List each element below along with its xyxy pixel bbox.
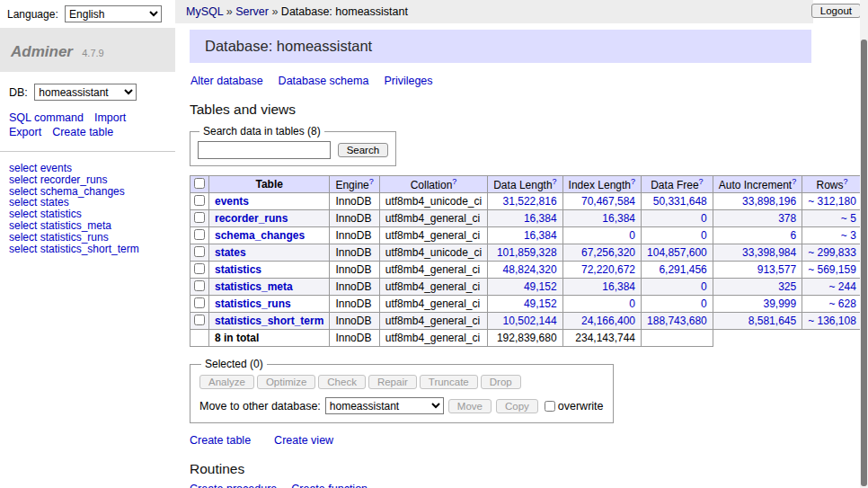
auto-increment-link[interactable]: 325 [778, 280, 796, 293]
data-length-link[interactable]: 16,384 [524, 229, 557, 242]
alter-database-link[interactable]: Alter database [190, 75, 263, 87]
sidebar-item-select-statistics-short-term[interactable]: select statistics_short_term [9, 244, 166, 255]
table-link[interactable]: recorder_runs [215, 212, 288, 225]
scrollbar-thumb[interactable] [861, 40, 867, 486]
auto-increment-link[interactable]: 39,999 [763, 297, 796, 310]
table-link[interactable]: events [215, 195, 249, 208]
table-link[interactable]: statistics_short_term [215, 315, 323, 327]
row-checkbox[interactable] [194, 315, 205, 325]
rows-count-link[interactable]: ~ 3 [841, 229, 856, 242]
data-free-link[interactable]: 104,857,600 [647, 246, 707, 259]
analyze-button[interactable]: Analyze [199, 375, 254, 389]
column-help-link[interactable]: ? [553, 177, 557, 186]
sidebar-action-export[interactable]: Export [9, 126, 41, 138]
table-link[interactable]: statistics [215, 263, 261, 276]
search-input[interactable] [198, 141, 331, 159]
index-length-link[interactable]: 24,166,400 [581, 315, 635, 327]
column-help-link[interactable]: ? [844, 177, 848, 186]
data-length-link[interactable]: 10,502,144 [503, 315, 557, 327]
row-checkbox[interactable] [194, 280, 205, 291]
create-table-link[interactable]: Create table [190, 434, 251, 447]
rows-count-link[interactable]: ~ 5 [841, 212, 856, 225]
auto-increment-link[interactable]: 33,898,196 [742, 195, 796, 208]
column-help-link[interactable]: ? [631, 177, 635, 186]
privileges-link[interactable]: Privileges [384, 75, 432, 87]
row-checkbox[interactable] [194, 229, 205, 240]
row-checkbox[interactable] [194, 195, 205, 206]
create-function-link[interactable]: Create function [291, 483, 368, 488]
row-checkbox[interactable] [194, 297, 205, 308]
rows-count-link[interactable]: ~ 299,833 [808, 246, 856, 259]
truncate-button[interactable]: Truncate [420, 375, 478, 389]
adminer-brand-link[interactable]: Adminer [11, 43, 73, 60]
index-length-link[interactable]: 16,384 [602, 212, 635, 225]
breadcrumb-link-mysql[interactable]: MySQL [186, 5, 223, 18]
scrollbar-track[interactable] [860, 0, 868, 488]
index-length-link[interactable]: 0 [629, 297, 635, 310]
select-all-checkbox[interactable] [194, 178, 205, 189]
row-checkbox[interactable] [194, 246, 205, 257]
sidebar-action-create-table[interactable]: Create table [52, 126, 113, 138]
index-length-link[interactable]: 0 [629, 229, 635, 242]
data-free-link[interactable]: 6,291,456 [659, 263, 706, 276]
auto-increment-link[interactable]: 378 [778, 212, 796, 225]
index-length-link[interactable]: 70,467,584 [581, 195, 635, 208]
table-link[interactable]: schema_changes [215, 229, 305, 242]
data-length-link[interactable]: 16,384 [524, 212, 557, 225]
optimize-button[interactable]: Optimize [257, 375, 315, 389]
row-checkbox[interactable] [194, 212, 205, 223]
copy-button[interactable]: Copy [496, 399, 538, 413]
rows-count-link[interactable]: ~ 244 [829, 280, 856, 293]
sidebar-action-sql-command[interactable]: SQL command [9, 111, 84, 124]
column-help-link[interactable]: ? [452, 177, 456, 186]
column-help-link[interactable]: ? [699, 177, 704, 186]
move-db-select[interactable]: homeassistant [325, 397, 444, 414]
drop-button[interactable]: Drop [481, 375, 521, 389]
auto-increment-link[interactable]: 913,577 [757, 263, 796, 276]
row-checkbox[interactable] [194, 263, 205, 274]
database-schema-link[interactable]: Database schema [279, 75, 369, 87]
repair-button[interactable]: Repair [368, 375, 417, 389]
column-help-link[interactable]: ? [369, 177, 374, 186]
data-length-link[interactable]: 49,152 [524, 297, 557, 310]
index-length-link[interactable]: 72,220,672 [581, 263, 635, 276]
breadcrumb-link-server[interactable]: Server [235, 5, 269, 18]
table-link[interactable]: statistics_meta [215, 280, 293, 293]
data-length-link[interactable]: 48,824,320 [503, 263, 557, 276]
logout-button[interactable]: Logout [811, 4, 861, 18]
auto-increment-link[interactable]: 6 [790, 229, 796, 242]
data-free-link[interactable]: 0 [701, 297, 707, 310]
move-button[interactable]: Move [448, 399, 492, 413]
column-help-link[interactable]: ? [792, 177, 796, 186]
data-free-link[interactable]: 0 [701, 280, 707, 293]
data-free-link[interactable]: 0 [701, 229, 707, 242]
sidebar-item-select-events[interactable]: select events [9, 163, 166, 174]
create-view-link[interactable]: Create view [274, 434, 333, 447]
auto-increment-link[interactable]: 8,581,645 [748, 315, 796, 327]
sidebar-action-import[interactable]: Import [94, 111, 126, 124]
auto-increment-link[interactable]: 33,398,984 [742, 246, 796, 259]
table-link[interactable]: statistics_runs [215, 297, 291, 310]
sidebar-item-select-statistics-runs[interactable]: select statistics_runs [9, 232, 166, 244]
index-length-link[interactable]: 67,256,320 [581, 246, 635, 259]
check-button[interactable]: Check [318, 375, 366, 389]
overwrite-checkbox[interactable] [545, 401, 555, 412]
sidebar-item-select-recorder-runs[interactable]: select recorder_runs [9, 174, 166, 186]
data-free-link[interactable]: 0 [701, 212, 707, 225]
db-select[interactable]: homeassistant [34, 84, 137, 101]
data-free-link[interactable]: 188,743,680 [647, 315, 707, 327]
data-length-link[interactable]: 49,152 [524, 280, 557, 293]
data-length-link[interactable]: 101,859,328 [497, 246, 557, 259]
rows-count-link[interactable]: ~ 628 [829, 297, 856, 310]
sidebar-item-select-statistics-meta[interactable]: select statistics_meta [9, 220, 166, 232]
language-select[interactable]: English [65, 5, 162, 22]
rows-count-link[interactable]: ~ 136,108 [808, 315, 856, 327]
index-length-link[interactable]: 16,384 [602, 280, 635, 293]
rows-count-link[interactable]: ~ 569,159 [808, 263, 856, 276]
data-length-link[interactable]: 31,522,816 [503, 195, 557, 208]
search-button[interactable]: Search [338, 143, 388, 157]
data-free-link[interactable]: 50,331,648 [653, 195, 707, 208]
rows-count-link[interactable]: ~ 312,180 [808, 195, 856, 208]
create-procedure-link[interactable]: Create procedure [190, 483, 277, 488]
table-link[interactable]: states [215, 246, 246, 259]
